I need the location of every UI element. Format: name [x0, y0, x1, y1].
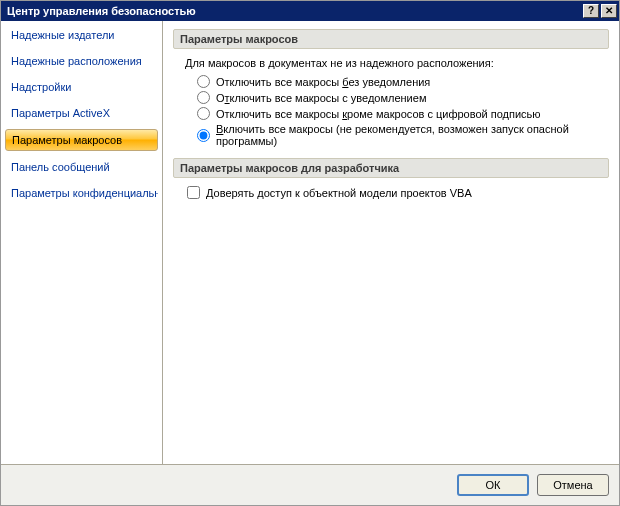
sidebar-item-trusted-publishers[interactable]: Надежные издатели — [5, 25, 158, 45]
radio-label-1: Отключить все макросы с уведомлением — [216, 92, 426, 104]
sidebar-item-activex[interactable]: Параметры ActiveX — [5, 103, 158, 123]
close-button[interactable]: ✕ — [601, 4, 617, 18]
content-area: Надежные издатели Надежные расположения … — [1, 21, 619, 465]
sidebar-item-privacy[interactable]: Параметры конфиденциальности — [5, 183, 158, 203]
dialog-footer: ОК Отмена — [1, 465, 619, 505]
window-title: Центр управления безопасностью — [7, 5, 196, 17]
sidebar-item-macro-settings[interactable]: Параметры макросов — [5, 129, 158, 151]
radio-input-1[interactable] — [197, 91, 210, 104]
radio-input-3[interactable] — [197, 129, 210, 142]
radio-input-2[interactable] — [197, 107, 210, 120]
checkbox-trust-vba[interactable]: Доверять доступ к объектной модели проек… — [187, 186, 609, 199]
checkbox-input-vba[interactable] — [187, 186, 200, 199]
checkbox-label-vba: Доверять доступ к объектной модели проек… — [206, 187, 472, 199]
sidebar-item-addins[interactable]: Надстройки — [5, 77, 158, 97]
titlebar: Центр управления безопасностью ? ✕ — [1, 1, 619, 21]
sidebar-item-message-bar[interactable]: Панель сообщений — [5, 157, 158, 177]
ok-button[interactable]: ОК — [457, 474, 529, 496]
radio-label-3: Включить все макросы (не рекомендуется, … — [216, 123, 609, 147]
sidebar: Надежные издатели Надежные расположения … — [1, 21, 163, 464]
radio-input-0[interactable] — [197, 75, 210, 88]
sidebar-item-trusted-locations[interactable]: Надежные расположения — [5, 51, 158, 71]
radio-label-0: Отключить все макросы без уведомления — [216, 76, 430, 88]
main-panel: Параметры макросов Для макросов в докуме… — [163, 21, 619, 464]
help-button[interactable]: ? — [583, 4, 599, 18]
section-header-macro: Параметры макросов — [173, 29, 609, 49]
macro-prompt: Для макросов в документах не из надежног… — [185, 57, 609, 69]
titlebar-buttons: ? ✕ — [581, 4, 617, 18]
section-header-developer: Параметры макросов для разработчика — [173, 158, 609, 178]
radio-label-2: Отключить все макросы кроме макросов с ц… — [216, 108, 541, 120]
radio-disable-except-signed[interactable]: Отключить все макросы кроме макросов с ц… — [197, 107, 609, 120]
radio-disable-with-notify[interactable]: Отключить все макросы с уведомлением — [197, 91, 609, 104]
radio-disable-no-notify[interactable]: Отключить все макросы без уведомления — [197, 75, 609, 88]
cancel-button[interactable]: Отмена — [537, 474, 609, 496]
radio-enable-all[interactable]: Включить все макросы (не рекомендуется, … — [197, 123, 609, 147]
